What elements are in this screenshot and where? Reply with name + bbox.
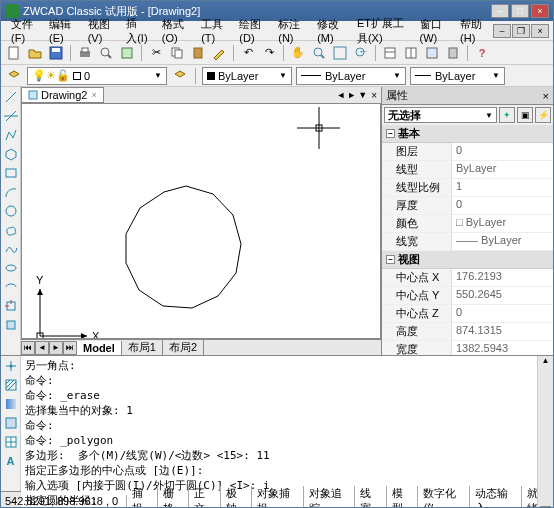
mtext-icon[interactable]: A <box>3 453 19 469</box>
region-icon[interactable] <box>3 415 19 431</box>
menu-dim[interactable]: 标注(N) <box>272 15 309 46</box>
layer-prev-icon[interactable] <box>171 67 189 85</box>
layout-last-icon[interactable]: ⏭ <box>63 341 77 355</box>
hatch-icon[interactable] <box>3 377 19 393</box>
quick-select-icon[interactable]: ⚡ <box>535 107 551 123</box>
prop-value[interactable]: 176.2193 <box>452 269 553 286</box>
spline-icon[interactable] <box>3 241 19 257</box>
tab-list-icon[interactable]: ▼ <box>358 90 367 101</box>
prop-row[interactable]: 图层0 <box>382 143 553 161</box>
tab-model[interactable]: Model <box>77 341 122 355</box>
new-icon[interactable] <box>5 44 23 62</box>
prop-row[interactable]: 线型ByLayer <box>382 161 553 179</box>
tab-layout1[interactable]: 布局1 <box>122 339 163 356</box>
status-lwt[interactable]: 线宽 <box>355 486 386 509</box>
prop-value[interactable]: □ ByLayer <box>452 215 553 232</box>
menu-edit[interactable]: 编辑(E) <box>43 15 80 46</box>
status-model[interactable]: 模型 <box>387 486 418 509</box>
prop-row[interactable]: 中心点 X176.2193 <box>382 269 553 287</box>
drawing-canvas[interactable]: X Y <box>21 103 381 339</box>
prop-value[interactable]: 0 <box>452 197 553 214</box>
selection-combo[interactable]: 无选择 ▼ <box>384 107 497 123</box>
prop-value[interactable]: ByLayer <box>452 161 553 178</box>
color-combo[interactable]: ByLayer ▼ <box>202 67 292 85</box>
lineweight-combo[interactable]: ByLayer ▼ <box>410 67 505 85</box>
open-icon[interactable] <box>26 44 44 62</box>
menu-modify[interactable]: 修改(M) <box>311 15 349 46</box>
menu-window[interactable]: 窗口(W) <box>414 15 453 46</box>
properties-close-icon[interactable]: × <box>543 90 549 102</box>
properties-icon[interactable] <box>381 44 399 62</box>
xline-icon[interactable] <box>3 108 19 124</box>
rectangle-icon[interactable] <box>3 165 19 181</box>
point-icon[interactable] <box>3 358 19 374</box>
match-icon[interactable] <box>210 44 228 62</box>
zoom-window-icon[interactable] <box>331 44 349 62</box>
print-icon[interactable] <box>76 44 94 62</box>
status-coords[interactable]: 542.8291, 898.9618 , 0 <box>1 495 127 507</box>
menu-format[interactable]: 格式(O) <box>156 15 193 46</box>
prop-row[interactable]: 线型比例1 <box>382 179 553 197</box>
status-dyn[interactable]: 动态输入 <box>470 486 522 509</box>
prop-category[interactable]: −基本 <box>382 125 553 143</box>
mdi-close-button[interactable]: × <box>531 24 549 38</box>
pickadd-icon[interactable]: ✦ <box>499 107 515 123</box>
tab-prev-icon[interactable]: ◄ <box>336 90 345 101</box>
command-scrollbar[interactable]: ▲ ▼ <box>537 356 553 508</box>
status-tablet[interactable]: 数字化仪 <box>418 486 470 509</box>
status-ortho[interactable]: 正交 <box>189 486 220 509</box>
select-objects-icon[interactable]: ▣ <box>517 107 533 123</box>
gradient-icon[interactable] <box>3 396 19 412</box>
status-osnap[interactable]: 对象捕捉 <box>252 486 304 509</box>
prop-value[interactable]: —— ByLayer <box>452 233 553 250</box>
prop-value[interactable]: 1382.5943 <box>452 341 553 355</box>
status-polar[interactable]: 极轴 <box>221 486 252 509</box>
tab-layout2[interactable]: 布局2 <box>163 339 204 356</box>
menu-tools[interactable]: 工具(T) <box>195 15 231 46</box>
prop-row[interactable]: 线宽—— ByLayer <box>382 233 553 251</box>
prop-row[interactable]: 高度874.1315 <box>382 323 553 341</box>
prop-row[interactable]: 厚度0 <box>382 197 553 215</box>
table-icon[interactable] <box>3 434 19 450</box>
menu-view[interactable]: 视图(V) <box>82 15 119 46</box>
pline-icon[interactable] <box>3 127 19 143</box>
prop-value[interactable]: 550.2645 <box>452 287 553 304</box>
menu-help[interactable]: 帮助(H) <box>454 15 491 46</box>
drawing-tab-close[interactable]: × <box>91 90 96 100</box>
calc-icon[interactable] <box>444 44 462 62</box>
drawing-tab[interactable]: Drawing2 × <box>21 87 104 103</box>
menu-insert[interactable]: 插入(I) <box>120 14 154 48</box>
pan-icon[interactable]: ✋ <box>289 44 307 62</box>
tab-next-icon[interactable]: ► <box>347 90 356 101</box>
prop-value[interactable]: 1 <box>452 179 553 196</box>
zoom-icon[interactable] <box>310 44 328 62</box>
prop-row[interactable]: 中心点 Y550.2645 <box>382 287 553 305</box>
layer-manager-icon[interactable] <box>5 67 23 85</box>
arc-icon[interactable] <box>3 184 19 200</box>
status-snap[interactable]: 捕捉 <box>127 486 158 509</box>
save-icon[interactable] <box>47 44 65 62</box>
status-grid[interactable]: 栅格 <box>158 486 189 509</box>
help-icon[interactable]: ? <box>473 44 491 62</box>
revcloud-icon[interactable] <box>3 222 19 238</box>
redo-icon[interactable]: ↷ <box>260 44 278 62</box>
close-button[interactable]: × <box>531 4 549 18</box>
preview-icon[interactable] <box>97 44 115 62</box>
menu-file[interactable]: 文件(F) <box>5 15 41 46</box>
ellipse-arc-icon[interactable] <box>3 279 19 295</box>
tool-palette-icon[interactable] <box>423 44 441 62</box>
paste-icon[interactable] <box>189 44 207 62</box>
prop-value[interactable]: 874.1315 <box>452 323 553 340</box>
circle-icon[interactable] <box>3 203 19 219</box>
design-center-icon[interactable] <box>402 44 420 62</box>
undo-icon[interactable]: ↶ <box>239 44 257 62</box>
copy-icon[interactable] <box>168 44 186 62</box>
menu-draw[interactable]: 绘图(D) <box>233 15 270 46</box>
mdi-restore-button[interactable]: ❐ <box>512 24 530 38</box>
mdi-minimize-button[interactable]: – <box>493 24 511 38</box>
block-icon[interactable] <box>3 317 19 333</box>
prop-value[interactable]: 0 <box>452 143 553 160</box>
insert-icon[interactable] <box>3 298 19 314</box>
layout-first-icon[interactable]: ⏮ <box>21 341 35 355</box>
ellipse-icon[interactable] <box>3 260 19 276</box>
